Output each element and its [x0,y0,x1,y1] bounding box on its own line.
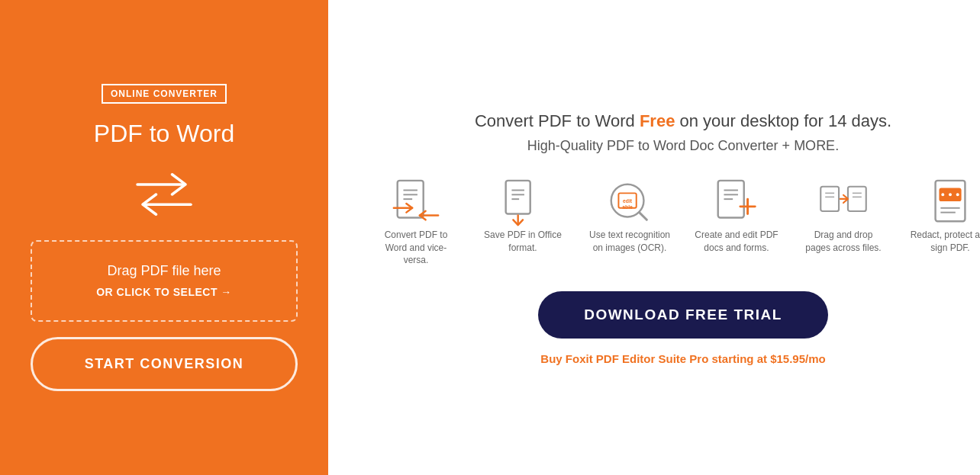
feature-redact: Redact, protect and sign PDF. [908,177,980,255]
save-icon [497,177,549,229]
convert-icon [390,177,442,229]
features-row: Convert PDF to Word and vice-versa. Save… [374,177,980,267]
drop-zone-text: Drag PDF file here [47,263,281,279]
svg-point-33 [941,193,944,196]
convert-arrows-icon [130,168,198,221]
arrows-svg [130,168,198,221]
right-panel: Convert PDF to Word Free on your desktop… [328,0,980,475]
feature-label-edit: Create and edit PDF docs and forms. [695,229,779,255]
sub-headline: High-Quality PDF to Word Doc Converter +… [527,138,839,154]
svg-rect-25 [848,186,866,210]
svg-rect-8 [506,181,530,214]
feature-label-convert: Convert PDF to Word and vice-versa. [374,229,458,267]
headline-free: Free [640,111,675,130]
feature-save: Save PDF in Office format. [481,177,565,255]
feature-drag: Drag and drop pages across files. [801,177,885,255]
feature-ocr: edit able Use text recognition on images… [588,177,672,255]
svg-text:edit: edit [623,198,633,204]
online-badge: ONLINE CONVERTER [102,84,227,104]
feature-label-ocr: Use text recognition on images (OCR). [588,229,672,255]
ocr-icon: edit able [604,177,656,229]
download-free-trial-button[interactable]: DOWNLOAD FREE TRIAL [538,291,828,339]
svg-rect-24 [820,186,839,210]
feature-edit: Create and edit PDF docs and forms. [695,177,779,255]
edit-icon [711,177,762,229]
page-title: PDF to Word [94,119,234,148]
start-conversion-button[interactable]: START CONVERSION [31,337,298,391]
feature-label-drag: Drag and drop pages across files. [801,229,885,255]
feature-label-save: Save PDF in Office format. [481,229,565,255]
headline-text-1: Convert PDF to Word [475,111,640,130]
svg-point-35 [956,193,959,196]
buy-link[interactable]: Buy Foxit PDF Editor Suite Pro starting … [540,352,825,365]
drag-icon [817,177,869,229]
drop-zone[interactable]: Drag PDF file here OR CLICK TO SELECT → [31,240,298,322]
svg-line-17 [640,212,647,220]
svg-text:able: able [622,204,633,209]
drop-zone-select: OR CLICK TO SELECT → [96,286,232,298]
feature-convert: Convert PDF to Word and vice-versa. [374,177,458,267]
redact-icon [924,177,976,229]
headline-text-2: on your desktop for 14 days. [675,111,891,130]
feature-label-redact: Redact, protect and sign PDF. [908,229,980,255]
svg-point-34 [949,193,952,196]
main-headline: Convert PDF to Word Free on your desktop… [475,110,891,133]
left-panel: ONLINE CONVERTER PDF to Word Drag PDF fi… [0,0,328,475]
